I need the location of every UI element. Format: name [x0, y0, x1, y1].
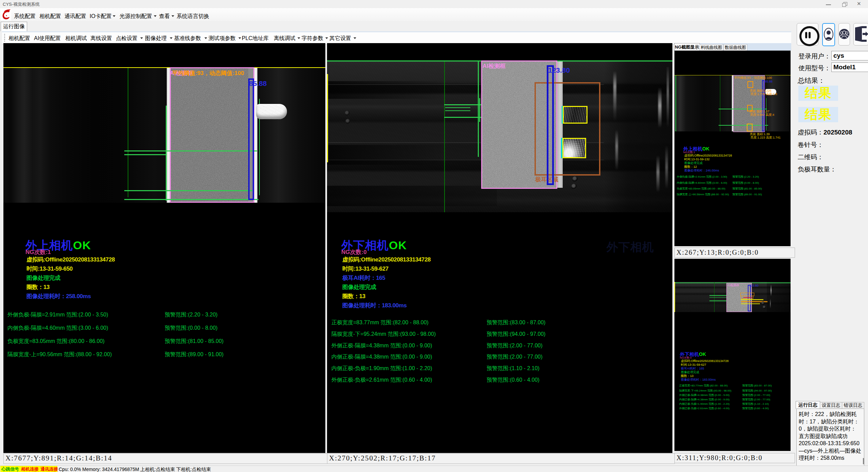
pause-bar-right: [809, 32, 811, 38]
machine-highlight: [656, 155, 659, 193]
tool-item-offline-debug[interactable]: 离线调试: [274, 35, 295, 42]
tool-item-test-item-params[interactable]: 测试项参数: [209, 35, 236, 42]
exit-button[interactable]: [853, 23, 868, 46]
ng-thumbnail-upper[interactable]: 平均阈值:93，动态阈值:100 85.88 亮斑 面积:1.226 亮度:1.…: [674, 51, 791, 246]
minimize-icon[interactable]: [826, 4, 831, 5]
menu-item-language-switch[interactable]: 系统语言切换: [177, 13, 209, 20]
green-edge-vertical: [478, 61, 479, 157]
green-baseline-vertical: [128, 68, 128, 197]
measure-row-warn: 预警范围:(2.00 - 77.00): [487, 342, 543, 349]
tool-caret-icon: [238, 37, 241, 39]
login-user-field[interactable]: cys: [831, 51, 868, 60]
electrode-tab-blob: [256, 104, 287, 119]
tool-item-camera-debug[interactable]: 相机调试: [65, 35, 87, 42]
menu-caret-icon: [154, 15, 157, 17]
menu-item-view[interactable]: 查看: [159, 13, 170, 20]
camera-photo: [3, 68, 325, 203]
tab-ng-screenshot[interactable]: NG截图显示: [674, 43, 700, 51]
window-title: CYS-视觉检测系统: [3, 1, 40, 7]
menu-item-system-config[interactable]: 系统配置: [14, 13, 36, 20]
machine-highlight: [615, 130, 618, 170]
tab-setting-log[interactable]: 设置日志: [820, 402, 842, 409]
app-logo-icon: [1, 9, 11, 20]
toolbar-grip-handle[interactable]: [4, 34, 5, 41]
tab-line-curve[interactable]: 料线曲线图: [700, 44, 723, 51]
defect-box: [747, 81, 753, 88]
mini-title-ok: OK: [702, 146, 709, 151]
camera-link-badge: 相机连接: [21, 466, 39, 472]
model-field[interactable]: Model1: [831, 62, 868, 72]
camera-view-lower[interactable]: AI检测框 极耳区域 123.80 外下相机 外下相机OK NG次数:0 虚拟码…: [327, 43, 672, 453]
yellow-reference-line: [3, 67, 325, 68]
camera-title-ghost: 外下相机: [607, 239, 654, 255]
log-scrollbar-thumb[interactable]: [863, 458, 864, 464]
anode-tab-count-row: 负极耳数量：: [798, 165, 836, 174]
restore-icon-front[interactable]: [842, 3, 846, 7]
mini-screw: [761, 302, 764, 305]
log-line: 耗时：222，缺陷检测耗时：17，缺陷分类耗时：0，缺陷提取分区耗时：: [799, 411, 862, 433]
app-window: CYS-视觉检测系统 ✕ 系统配置 相机配置 通讯配置 IO卡配置 光源控制配置…: [0, 0, 868, 472]
close-icon[interactable]: ✕: [857, 1, 861, 7]
camera-check-status: 上相机:点检结束 下相机:点检结束: [140, 467, 211, 472]
menu-item-light-control-config[interactable]: 光源控制配置: [120, 13, 152, 20]
tab-error-log[interactable]: 错误日志: [842, 402, 864, 409]
menu-item-comm-config[interactable]: 通讯配置: [65, 13, 86, 20]
roi-grain-canvas: [171, 68, 253, 202]
tool-caret-icon: [325, 37, 328, 39]
tool-item-camera-config[interactable]: 相机配置: [8, 35, 30, 42]
pixel-coord-bar-upper: X:7677;Y:891;R:14;G:14;B:14: [3, 453, 328, 464]
pause-button[interactable]: [797, 23, 818, 46]
green-measure-line: [124, 154, 166, 155]
separator-strip: [167, 68, 170, 203]
menu-item-camera-config[interactable]: 相机配置: [39, 13, 61, 20]
tool-item-spot-check-setting[interactable]: 点检设置: [116, 35, 138, 42]
tool-item-baseline-params[interactable]: 基准线参数: [174, 35, 201, 42]
mini-measure: 预警范围:(2.00 - 77.00): [742, 393, 770, 397]
tool-caret-icon: [204, 37, 207, 39]
mini-measure: 预警范围:(94.00 - 97.00): [742, 389, 772, 393]
virtual-code-label: 虚拟码：: [798, 129, 824, 136]
winding-pin-row: 卷针号：: [798, 141, 824, 149]
tab-run-log[interactable]: 运行日志: [796, 401, 820, 409]
menu-item-io-card-config[interactable]: IO卡配置: [90, 13, 112, 20]
blue-measure-value: 85.88: [249, 79, 267, 88]
mini-blue-measure-box: [762, 80, 764, 131]
measure-row-warn: 预警范围:(2.00 - 77.00): [487, 353, 543, 361]
pixel-coord-bar-lower: X:270;Y:2502;R:17;G:17;B:17: [327, 453, 675, 464]
green-measure-line: [445, 107, 470, 108]
ng-thumbnail-lower[interactable]: AI检测框 123.80 外下相机OK NG次数:0 虚拟码:Offline20…: [674, 259, 791, 451]
measure-row-value: 正极宽度=83.77mm 范围:(82.00 - 88.00): [331, 319, 429, 326]
mini-title-ok: OK: [699, 351, 706, 357]
process-cost: 图像处理耗时：183.00ms: [342, 302, 407, 309]
tool-item-image-processing[interactable]: 图像处理: [145, 35, 167, 42]
run-log-panel[interactable]: 耗时：222，缺陷检测耗时：17，缺陷分类耗时：0，缺陷提取分区耗时： 直方图提…: [796, 409, 864, 472]
turn-count: 圈数：13: [26, 283, 50, 291]
tool-item-other-settings[interactable]: 其它设置: [329, 35, 351, 42]
mini-green-hline: [719, 125, 768, 126]
separator-strip-right: [254, 68, 257, 203]
ai-cost: 极耳AI耗时：165: [342, 274, 385, 282]
mini-process-cost: 图像处理耗时：183.00ms: [681, 378, 716, 382]
tool-caret-icon: [140, 37, 143, 39]
mini-highlight: [770, 299, 771, 308]
tool-item-char-params[interactable]: 字符参数: [302, 35, 323, 42]
tab-data-curve[interactable]: 数据曲线图: [723, 44, 747, 51]
mini-blue-value: 123.80: [749, 284, 759, 287]
tool-item-ai-use-config[interactable]: AI使用配置: [34, 35, 61, 42]
tab-run-image[interactable]: 运行图像: [1, 22, 27, 31]
tool-item-offline-setting[interactable]: 离线设置: [90, 35, 112, 42]
title-bar: CYS-视觉检测系统: [0, 0, 868, 8]
users-button[interactable]: [838, 23, 850, 46]
camera-view-upper[interactable]: AI检测框 平均阈值:93，动态阈值:100 85.88 外上相机OK NG次数…: [3, 43, 325, 453]
mini-annotation-textbar: [741, 303, 760, 304]
tool-item-plc-address-lib[interactable]: PLC地址库: [242, 35, 269, 42]
machine-highlight: [665, 145, 668, 189]
defect-label: 亮度:1.775 高度:1.8: [751, 92, 777, 96]
user-icon: [823, 24, 834, 45]
user-button[interactable]: [822, 23, 835, 46]
measure-row-value: 外侧正极-负极=2.61mm 范围:(0.60 - 4.00): [331, 377, 432, 384]
camera-status-ok: OK: [73, 239, 91, 252]
machine-slot-shadow: [327, 186, 497, 206]
mini-green-vline: [720, 75, 720, 131]
mini-measure: 预警范围:(0.60 - 4.00): [742, 406, 769, 410]
